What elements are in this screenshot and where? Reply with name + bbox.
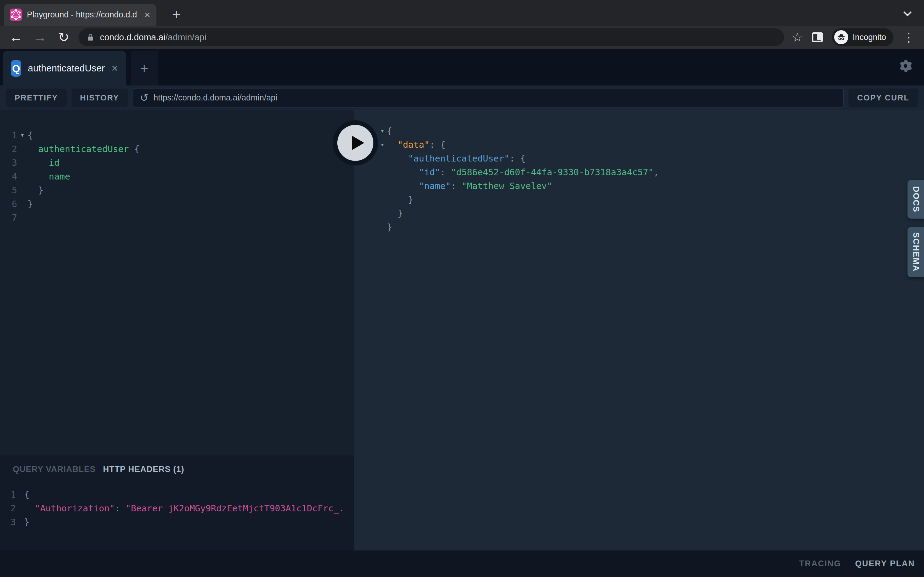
token: : (451, 181, 462, 191)
token: { (27, 130, 33, 140)
code-line[interactable]: 3 id (0, 156, 354, 169)
code-line[interactable]: ▾ "data": { (354, 138, 924, 152)
query-plan-toggle[interactable]: QUERY PLAN (855, 559, 915, 569)
query-editor[interactable]: 1▾{2 authenticatedUser {3 id4 name5 }6}7 (0, 110, 354, 224)
fold-arrow-icon[interactable]: ▾ (17, 131, 27, 139)
line-number: 5 (0, 185, 17, 195)
tracing-toggle[interactable]: TRACING (799, 559, 841, 569)
url-text: condo.d.doma.ai/admin/api (100, 32, 206, 42)
token: id (27, 158, 60, 168)
line-number: 1 (0, 130, 17, 140)
bookmark-star-icon[interactable]: ☆ (792, 31, 803, 44)
code-line[interactable]: 5 } (0, 183, 354, 197)
code-line[interactable]: } (354, 206, 924, 220)
code-text: } (387, 222, 392, 232)
token (387, 181, 419, 191)
code-text: } (387, 208, 403, 219)
code-line[interactable]: 4 name (0, 169, 354, 183)
code-line[interactable]: 1▾{ (0, 128, 354, 142)
token (387, 140, 397, 150)
query-editor-pane[interactable]: 1▾{2 authenticatedUser {3 id4 name5 }6}7… (0, 110, 354, 550)
token: } (387, 208, 403, 219)
code-text: { (387, 126, 392, 136)
token (27, 144, 38, 154)
code-text: "Authorization": "Bearer jK2oMGy9RdzEetM… (16, 503, 344, 514)
line-number: 2 (0, 503, 16, 514)
line-number: 6 (0, 199, 17, 209)
code-line[interactable]: "authenticatedUser": { (354, 152, 924, 165)
line-number: 4 (0, 171, 17, 182)
code-text: id (27, 158, 60, 168)
prettify-button[interactable]: PRETTIFY (6, 89, 66, 107)
code-line[interactable]: 6} (0, 197, 354, 211)
code-text: "id": "d586e452-d60f-44fa-9330-b7318a3a4… (387, 167, 659, 177)
token (387, 153, 408, 164)
execute-play-button[interactable] (333, 120, 378, 166)
token: "name" (419, 181, 451, 191)
code-line[interactable]: ▾{ (354, 124, 924, 138)
browser-menu-icon[interactable]: ⋮ (903, 31, 915, 44)
reload-button[interactable]: ↻ (58, 31, 69, 44)
endpoint-input[interactable]: ↺ https://condo.d.doma.ai/admin/api (132, 88, 844, 108)
url-path: /admin/api (165, 32, 206, 42)
code-line[interactable]: 1{ (0, 488, 354, 501)
code-line[interactable]: 2 authenticatedUser { (0, 142, 354, 156)
side-panel-icon[interactable] (812, 32, 823, 42)
code-line[interactable]: 2 "Authorization": "Bearer jK2oMGy9RdzEe… (0, 501, 354, 515)
token: : { (510, 153, 525, 164)
forward-button[interactable]: → (34, 31, 47, 44)
token (24, 503, 35, 514)
schema-side-tab[interactable]: SCHEMA (908, 227, 924, 277)
tab-http-headers[interactable]: HTTP HEADERS (1) (103, 465, 184, 474)
history-button[interactable]: HISTORY (71, 89, 128, 107)
code-line[interactable]: } (354, 193, 924, 206)
http-headers-editor[interactable]: 1{2 "Authorization": "Bearer jK2oMGy9Rdz… (0, 474, 354, 529)
token: : (115, 503, 126, 514)
token: } (387, 222, 392, 232)
tab-search-chevron-icon[interactable] (903, 8, 912, 16)
code-text: authenticatedUser { (27, 144, 140, 154)
playground-tab-close-icon[interactable]: × (111, 63, 118, 74)
copy-curl-button[interactable]: COPY CURL (848, 89, 918, 107)
playground-tabbar: Q authenticatedUser × + (0, 49, 924, 85)
browser-tabstrip: Playground - https://condo.d.d × + (0, 0, 924, 26)
playground-tab-authenticatedUser[interactable]: Q authenticatedUser × (3, 51, 126, 85)
code-text: { (16, 489, 29, 500)
toolbar-right: ☆ Incognito ⋮ (792, 28, 924, 46)
code-line[interactable]: } (354, 220, 924, 234)
playground-add-tab-button[interactable]: + (131, 51, 158, 85)
new-tab-button[interactable]: + (166, 4, 186, 24)
playground-toolbar: PRETTIFY HISTORY ↺ https://condo.d.doma.… (0, 85, 924, 110)
code-text: { (27, 130, 33, 140)
token: } (387, 195, 414, 205)
code-line[interactable]: 3} (0, 515, 354, 529)
token: : (440, 167, 451, 177)
incognito-label: Incognito (853, 33, 886, 42)
token: "authenticatedUser" (408, 153, 510, 164)
browser-tab[interactable]: Playground - https://condo.d.d × (4, 4, 157, 26)
code-text: name (27, 171, 70, 182)
code-line[interactable]: 7 (0, 211, 354, 224)
response-pane: ▾{▾ "data": { "authenticatedUser": { "id… (354, 110, 924, 550)
token: "Bearer jK2oMGy9RdzEetMjctT903A1c1DcFrc_… (126, 503, 344, 514)
code-text: } (27, 185, 44, 195)
code-line[interactable]: "name": "Matthew Savelev" (354, 179, 924, 193)
line-number: 3 (0, 517, 16, 527)
response-viewer: ▾{▾ "data": { "authenticatedUser": { "id… (354, 110, 924, 234)
settings-gear-icon[interactable] (898, 59, 913, 73)
incognito-icon (834, 30, 848, 44)
code-line[interactable]: "id": "d586e452-d60f-44fa-9330-b7318a3a4… (354, 165, 924, 179)
bottom-panel-tabs: QUERY VARIABLES HTTP HEADERS (1) (0, 456, 354, 474)
code-text: } (16, 517, 29, 527)
line-number: 2 (0, 144, 17, 154)
address-bar[interactable]: condo.d.doma.ai/admin/api (79, 28, 784, 46)
back-button[interactable]: ← (9, 31, 23, 44)
graphql-favicon-icon (10, 8, 22, 21)
code-text: } (27, 199, 33, 209)
browser-tab-close-icon[interactable]: × (144, 10, 150, 20)
token: "Matthew Savelev" (461, 181, 552, 191)
code-text: } (387, 195, 414, 205)
tab-query-variables[interactable]: QUERY VARIABLES (13, 465, 95, 474)
docs-side-tab[interactable]: DOCS (908, 180, 924, 219)
token: } (27, 199, 33, 209)
